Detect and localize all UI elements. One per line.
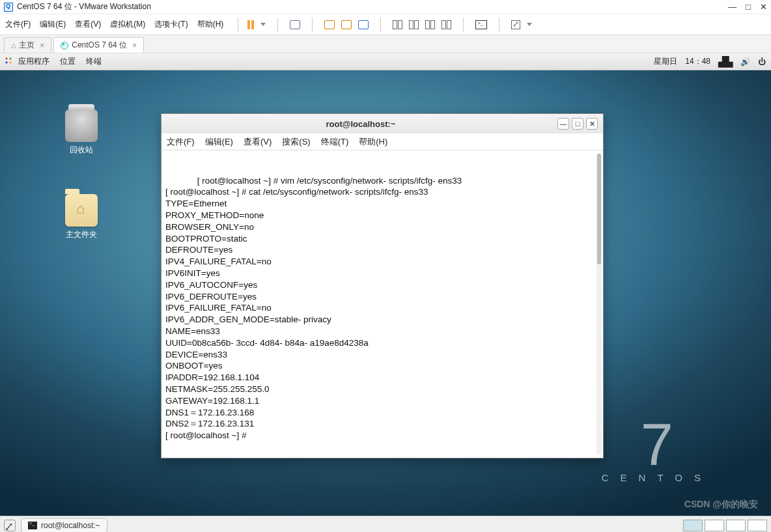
menu-file[interactable]: 文件(F) <box>5 19 31 30</box>
desktop[interactable]: 回收站 主文件夹 7 CENTOS CSDN @你的晚安 root@localh… <box>0 70 771 516</box>
gnome-terminal-menu[interactable]: 终端 <box>86 56 102 67</box>
revert-icon[interactable] <box>341 20 352 29</box>
workspace-1[interactable] <box>683 520 703 531</box>
fullscreen-icon[interactable] <box>511 20 520 29</box>
terminal-titlebar[interactable]: root@localhost:~ — □ ✕ <box>161 114 603 133</box>
term-menu-search[interactable]: 搜索(S) <box>282 136 310 148</box>
gnome-places[interactable]: 位置 <box>60 56 76 67</box>
term-menu-file[interactable]: 文件(F) <box>167 136 195 148</box>
layout-3-icon[interactable] <box>425 20 435 29</box>
clock-day: 星期日 <box>654 56 677 67</box>
terminal-menubar: 文件(F) 编辑(E) 查看(V) 搜索(S) 终端(T) 帮助(H) <box>161 133 603 150</box>
workspace-4[interactable] <box>748 520 767 531</box>
tab-bar: ⌂ 主页 × CentOS 7 64 位 × <box>0 35 771 53</box>
layout-2-icon[interactable] <box>409 20 419 29</box>
window-title: CentOS 7 64 位 - VMware Workstation <box>17 1 151 12</box>
terminal-maximize[interactable]: □ <box>572 118 583 130</box>
term-menu-view[interactable]: 查看(V) <box>244 136 272 148</box>
trash-icon <box>65 109 98 142</box>
network-icon[interactable]: ▟▙ <box>718 56 733 68</box>
gnome-applications[interactable]: 应用程序 <box>18 56 49 67</box>
workspace-3[interactable] <box>726 520 746 531</box>
task-terminal[interactable]: root@localhost:~ <box>21 518 107 533</box>
home-label: 主文件夹 <box>52 229 111 240</box>
trash-label: 回收站 <box>52 145 111 156</box>
menu-help[interactable]: 帮助(H) <box>197 19 224 30</box>
power-icon[interactable]: ⏻ <box>758 57 766 66</box>
window-close[interactable]: ✕ <box>760 2 767 12</box>
fullscreen-dropdown-icon[interactable] <box>527 23 532 26</box>
terminal-task-icon <box>28 522 37 529</box>
snapshot-manager-icon[interactable] <box>358 20 369 29</box>
trash-desktop-icon[interactable]: 回收站 <box>52 109 111 156</box>
terminal-body[interactable]: [ root@localhost ~] # vim /etc/sysconfig… <box>161 150 603 458</box>
console-icon[interactable] <box>475 20 487 29</box>
vmware-icon <box>4 3 13 12</box>
menu-view[interactable]: 查看(V) <box>75 19 101 30</box>
layout-4-icon[interactable] <box>442 20 451 29</box>
menu-edit[interactable]: 编辑(E) <box>40 19 66 30</box>
term-menu-edit[interactable]: 编辑(E) <box>205 136 233 148</box>
pause-icon[interactable] <box>247 20 254 29</box>
terminal-window[interactable]: root@localhost:~ — □ ✕ 文件(F) 编辑(E) 查看(V)… <box>161 113 604 458</box>
volume-icon[interactable]: 🔊 <box>740 57 750 66</box>
home-icon: ⌂ <box>11 41 16 50</box>
clock-time: 14：48 <box>685 56 710 67</box>
window-minimize[interactable]: — <box>728 2 736 12</box>
workspace-2[interactable] <box>705 520 724 531</box>
terminal-minimize[interactable]: — <box>557 118 569 130</box>
home-desktop-icon[interactable]: 主文件夹 <box>52 194 111 240</box>
tab-home[interactable]: ⌂ 主页 × <box>4 37 51 53</box>
vmware-menubar: 文件(F) 编辑(E) 查看(V) 虚拟机(M) 选项卡(T) 帮助(H) <box>0 14 771 35</box>
tab-home-close[interactable]: × <box>40 41 44 50</box>
menu-tabs[interactable]: 选项卡(T) <box>154 19 188 30</box>
tab-centos-close[interactable]: × <box>132 41 137 50</box>
terminal-output: [ root@localhost ~] # vim /etc/sysconfig… <box>165 176 462 441</box>
applications-icon <box>5 57 14 66</box>
centos-version: 7 <box>602 412 712 479</box>
folder-icon <box>65 194 98 227</box>
snapshot-icon[interactable] <box>324 20 335 29</box>
show-desktop-icon[interactable] <box>4 520 16 531</box>
tab-centos[interactable]: CentOS 7 64 位 × <box>53 37 144 53</box>
terminal-scrollbar[interactable] <box>596 153 602 455</box>
send-cad-icon[interactable] <box>290 20 300 29</box>
app-titlebar: CentOS 7 64 位 - VMware Workstation — □ ✕ <box>0 0 771 14</box>
layout-1-icon[interactable] <box>393 20 402 29</box>
task-terminal-label: root@localhost:~ <box>41 521 100 530</box>
terminal-close[interactable]: ✕ <box>586 118 598 130</box>
centos-branding: 7 CENTOS <box>602 412 712 483</box>
terminal-title: root@localhost:~ <box>167 119 555 129</box>
gnome-taskbar: root@localhost:~ <box>0 516 771 532</box>
workspace-switcher[interactable] <box>683 520 767 531</box>
window-maximize[interactable]: □ <box>746 2 751 12</box>
pause-dropdown-icon[interactable] <box>260 23 266 26</box>
term-menu-help[interactable]: 帮助(H) <box>359 136 387 148</box>
vm-running-icon <box>61 42 68 49</box>
gnome-topbar: 应用程序 位置 终端 星期日 14：48 ▟▙ 🔊 ⏻ <box>0 53 771 70</box>
menu-vm[interactable]: 虚拟机(M) <box>110 19 145 30</box>
term-menu-terminal[interactable]: 终端(T) <box>321 136 349 148</box>
tab-home-label: 主页 <box>19 40 35 51</box>
centos-name: CENTOS <box>602 472 712 483</box>
tab-centos-label: CentOS 7 64 位 <box>72 40 127 51</box>
csdn-watermark: CSDN @你的晚安 <box>684 499 758 511</box>
